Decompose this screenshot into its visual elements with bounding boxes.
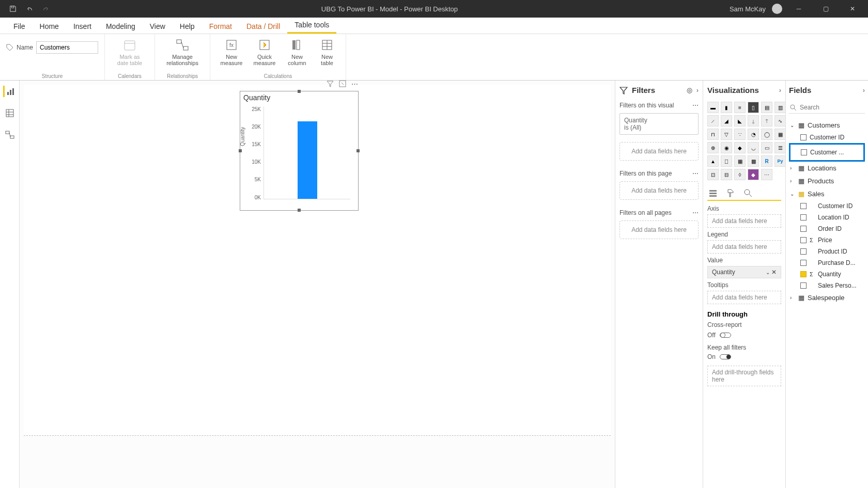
menu-view[interactable]: View <box>143 19 173 34</box>
menu-insert[interactable]: Insert <box>66 19 99 34</box>
viz-waterfall-icon[interactable]: ⊓ <box>707 129 719 140</box>
viz-100-column-icon[interactable]: ▥ <box>774 102 785 113</box>
menu-help[interactable]: Help <box>173 19 202 34</box>
report-canvas[interactable]: ⋯ Quantity Quantity 25K 20K 15K 10K 5K 0… <box>20 81 615 488</box>
manage-relationships-button[interactable]: Manage relationships <box>161 36 204 67</box>
model-view-button[interactable] <box>4 129 16 140</box>
eye-icon[interactable]: ◎ <box>687 86 692 94</box>
add-all-filter[interactable]: Add data fields here <box>619 221 699 239</box>
viz-100-bar-icon[interactable]: ▤ <box>761 102 772 113</box>
table-sales[interactable]: ⌄▦Sales <box>789 187 865 200</box>
viz-card-icon[interactable]: ▭ <box>761 142 772 153</box>
table-products[interactable]: ›▦Products <box>789 175 865 187</box>
field-sales-quantity[interactable]: ΣQuantity <box>789 269 865 280</box>
redo-icon[interactable] <box>42 5 50 12</box>
viz-multirow-icon[interactable]: ☰ <box>774 142 785 153</box>
collapse-icon[interactable]: › <box>779 86 781 94</box>
field-sales-sales-perso[interactable]: Sales Perso... <box>789 280 865 291</box>
menu-file[interactable]: File <box>6 19 33 34</box>
focus-mode-icon[interactable] <box>339 80 346 88</box>
more-icon[interactable]: ⋯ <box>692 102 699 109</box>
value-pill[interactable]: Quantity ⌄ ✕ <box>707 266 781 278</box>
viz-matrix-icon[interactable]: ▩ <box>748 155 759 167</box>
search-box[interactable] <box>789 102 865 114</box>
viz-donut-icon[interactable]: ◯ <box>761 129 772 140</box>
undo-icon[interactable] <box>26 5 33 12</box>
field-customer-id[interactable]: Customer ID <box>789 132 865 143</box>
new-table-button[interactable]: New table <box>315 36 339 67</box>
viz-area-icon[interactable]: ◢ <box>721 115 732 127</box>
field-sales-customer-id[interactable]: Customer ID <box>789 200 865 212</box>
add-visual-filter[interactable]: Add data fields here <box>619 142 699 161</box>
more-icon[interactable]: ⋯ <box>692 170 699 177</box>
viz-clustered-column-icon[interactable]: ▯ <box>748 102 759 113</box>
table-salespeople[interactable]: ›▦Salespeople <box>789 291 865 304</box>
viz-scatter-icon[interactable]: ∵ <box>734 129 746 140</box>
report-view-button[interactable] <box>3 86 14 97</box>
drill-through-dropzone[interactable]: Add drill-through fields here <box>707 366 781 386</box>
remove-icon[interactable]: ✕ <box>771 269 777 276</box>
user-avatar-icon[interactable] <box>772 4 782 14</box>
user-name[interactable]: Sam McKay <box>730 5 766 13</box>
viz-line-icon[interactable]: ⟋ <box>707 115 719 127</box>
viz-line-column2-icon[interactable]: ⍑ <box>761 115 772 127</box>
viz-key-influencers-icon[interactable]: ⊡ <box>707 169 719 180</box>
quick-measure-button[interactable]: Quick measure <box>250 36 280 67</box>
viz-qa-icon[interactable]: ◊ <box>734 169 746 180</box>
canvas-page[interactable]: ⋯ Quantity Quantity 25K 20K 15K 10K 5K 0… <box>24 85 611 436</box>
viz-py-icon[interactable]: Py <box>774 155 785 167</box>
field-sales-order-id[interactable]: Order ID <box>789 223 865 234</box>
axis-dropzone[interactable]: Add data fields here <box>707 214 781 228</box>
filter-icon[interactable] <box>327 80 334 88</box>
viz-custom-icon[interactable]: ◆ <box>748 169 759 180</box>
viz-r-icon[interactable]: R <box>761 155 772 167</box>
analytics-tab-icon[interactable] <box>743 188 753 198</box>
menu-format[interactable]: Format <box>202 19 239 34</box>
viz-shape-map-icon[interactable]: ◆ <box>734 142 746 153</box>
collapse-icon[interactable]: › <box>863 86 865 94</box>
fields-tab-icon[interactable] <box>708 188 718 198</box>
highlighted-field[interactable]: Customer ... <box>789 143 865 162</box>
viz-funnel-icon[interactable]: ▽ <box>721 129 732 140</box>
menu-modeling[interactable]: Modeling <box>99 19 143 34</box>
search-input[interactable] <box>800 104 864 111</box>
menu-data-drill[interactable]: Data / Drill <box>239 19 287 34</box>
collapse-icon[interactable]: › <box>696 86 699 94</box>
field-sales-product-id[interactable]: Product ID <box>789 246 865 257</box>
viz-line-column-icon[interactable]: ⍊ <box>748 115 759 127</box>
legend-dropzone[interactable]: Add data fields here <box>707 240 781 254</box>
viz-map-icon[interactable]: ⊕ <box>707 142 719 153</box>
field-sales-purchase-d[interactable]: Purchase D... <box>789 257 865 269</box>
viz-decomp-icon[interactable]: ⊟ <box>721 169 732 180</box>
new-column-button[interactable]: New column <box>283 36 312 67</box>
name-input[interactable] <box>36 41 98 54</box>
chart-visual[interactable]: ⋯ Quantity Quantity 25K 20K 15K 10K 5K 0… <box>240 91 359 211</box>
field-sales-price[interactable]: ΣPrice <box>789 234 865 246</box>
table-customers[interactable]: ⌄▦Customers <box>789 119 865 132</box>
more-options-icon[interactable]: ⋯ <box>351 80 358 88</box>
viz-gauge-icon[interactable]: ◡ <box>748 142 759 153</box>
viz-stacked-area-icon[interactable]: ◣ <box>734 115 746 127</box>
field-sales-location-id[interactable]: Location ID <box>789 212 865 223</box>
mark-date-button[interactable]: Mark as date table <box>111 36 148 67</box>
viz-slicer-icon[interactable]: ⎕ <box>721 155 732 167</box>
data-view-button[interactable] <box>4 107 16 119</box>
keep-filters-toggle[interactable] <box>720 354 731 359</box>
viz-stacked-column-icon[interactable]: ▮ <box>721 102 732 113</box>
cross-report-toggle[interactable] <box>720 333 731 338</box>
new-measure-button[interactable]: fx New measure <box>216 36 246 67</box>
save-icon[interactable] <box>9 5 17 12</box>
close-button[interactable]: ✕ <box>842 0 863 18</box>
viz-get-more-icon[interactable]: ⋯ <box>761 169 772 180</box>
maximize-button[interactable]: ▢ <box>815 0 836 18</box>
menu-home[interactable]: Home <box>33 19 66 34</box>
viz-filled-map-icon[interactable]: ◉ <box>721 142 732 153</box>
viz-treemap-icon[interactable]: ▦ <box>774 129 785 140</box>
filter-card[interactable]: Quantity is (All) <box>619 113 699 135</box>
viz-clustered-bar-icon[interactable]: ≡ <box>734 102 746 113</box>
chevron-down-icon[interactable]: ⌄ <box>766 270 770 275</box>
viz-table-icon[interactable]: ▦ <box>734 155 746 167</box>
menu-table-tools[interactable]: Table tools <box>287 18 336 34</box>
tooltips-dropzone[interactable]: Add data fields here <box>707 291 781 304</box>
bar[interactable] <box>298 121 317 199</box>
